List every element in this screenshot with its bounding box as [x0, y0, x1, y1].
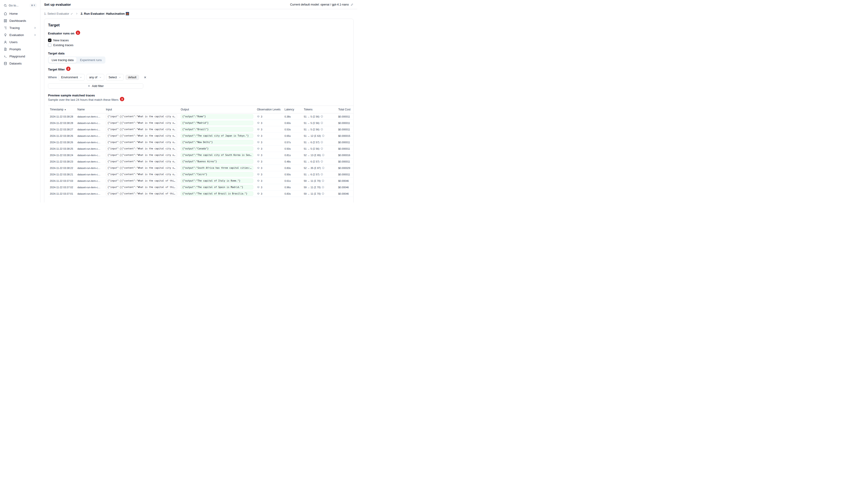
table-row[interactable]: 2024-11-22 03:38:21 dataset-run-item-cm3…: [48, 171, 353, 178]
output-preview[interactable]: {"output":"The capital of Italy is Rome.…: [181, 178, 253, 183]
remove-filter-button[interactable]: [143, 75, 148, 80]
info-icon[interactable]: [322, 167, 324, 169]
input-preview[interactable]: {"input":[{"content":"What is the capita…: [106, 147, 177, 151]
info-icon[interactable]: [320, 148, 323, 150]
output-preview[interactable]: {"output":"South Africa has three capita…: [181, 166, 253, 170]
goto-search[interactable]: Go to... ⌘ K: [2, 2, 38, 9]
input-preview[interactable]: {"input":[{"content":"What is the capita…: [106, 191, 177, 196]
cell-timestamp: 2024-11-22 03:38:24: [48, 152, 75, 158]
tab-live-tracing-data[interactable]: Live tracing data: [49, 57, 76, 63]
table-row[interactable]: 2024-11-22 03:38:22 dataset-run-item-cm3…: [48, 165, 353, 171]
input-preview[interactable]: {"input":[{"content":"What is the capita…: [106, 140, 177, 144]
table-row[interactable]: 2024-11-22 03:38:28 dataset-run-item-cm3…: [48, 113, 353, 120]
cell-timestamp: 2024-11-22 03:38:26: [48, 133, 75, 139]
sidebar-item-users[interactable]: Users: [2, 39, 38, 45]
table-row[interactable]: 2024-11-22 03:38:23 dataset-run-item-cm3…: [48, 158, 353, 165]
info-icon[interactable]: [320, 141, 323, 143]
sidebar-item-tracing[interactable]: Tracing: [2, 25, 38, 31]
cell-output: {"output":"Brazil"}: [179, 126, 255, 133]
checkbox-box[interactable]: [48, 39, 52, 42]
info-icon[interactable]: [322, 186, 324, 189]
table-row[interactable]: 2024-11-22 03:38:25 dataset-run-item-cm3…: [48, 145, 353, 152]
step-select-evaluator[interactable]: 1. Select Evaluator: [44, 12, 73, 15]
cell-name: dataset-run-item-cm3s4: [75, 126, 104, 133]
column-header-timestamp[interactable]: Timestamp▼: [48, 106, 75, 113]
filter-column-select[interactable]: Environment: [59, 74, 85, 80]
table-row[interactable]: 2024-11-22 03:37:02 dataset-run-item-cm3…: [48, 184, 353, 191]
checkbox-new-traces[interactable]: New traces: [48, 38, 350, 43]
checkbox-existing-traces[interactable]: Existing traces: [48, 43, 350, 47]
info-icon[interactable]: [320, 115, 323, 118]
cell-tokens: 51 → 12 (Σ 63): [302, 133, 336, 139]
step-run-evaluator[interactable]: 2. Run Evaluator: Hallucination 🌉: [81, 12, 129, 15]
output-preview[interactable]: {"output":"Canada"}: [181, 147, 253, 151]
info-icon[interactable]: [320, 122, 323, 124]
cell-total-cost: $0.000011: [336, 139, 353, 145]
cell-output: {"output":"The capital of Spain is Madri…: [179, 184, 255, 191]
sidebar-item-evaluation[interactable]: Evaluation: [2, 32, 38, 38]
edit-pencil-icon[interactable]: [351, 3, 353, 6]
cell-latency: 0.96s: [283, 184, 302, 191]
info-icon[interactable]: [322, 192, 324, 195]
output-preview[interactable]: {"output":"Rome"}: [181, 114, 253, 119]
cell-name: dataset-run-item-cm3s4: [75, 165, 104, 171]
sidebar-item-playground[interactable]: Playground: [2, 53, 38, 60]
check-icon: [70, 12, 73, 15]
output-preview[interactable]: {"output":"The capital of Brazil is Bras…: [181, 191, 253, 196]
cell-observation-levels: 3: [255, 133, 283, 139]
output-preview[interactable]: {"output":"Brazil"}: [181, 127, 253, 132]
info-icon[interactable]: [322, 154, 324, 156]
input-preview[interactable]: {"input":[{"content":"What is the capita…: [106, 134, 177, 138]
cell-total-cost: $0.00046: [336, 184, 353, 191]
table-row[interactable]: 2024-11-22 03:38:28 dataset-run-item-cm3…: [48, 120, 353, 126]
input-preview[interactable]: {"input":[{"content":"What is the capita…: [106, 159, 177, 164]
info-icon[interactable]: [320, 128, 323, 131]
checkbox-box[interactable]: [48, 43, 52, 47]
output-preview[interactable]: {"output":"The capital city of South Kor…: [181, 153, 253, 157]
sidebar-item-label: Tracing: [9, 26, 20, 30]
input-preview[interactable]: {"input":[{"content":"What is the capita…: [106, 178, 177, 183]
tab-experiment-runs[interactable]: Experiment runs: [77, 57, 105, 63]
add-filter-button[interactable]: Add filter: [48, 83, 143, 89]
filter-row: Where Environment any of Select default: [48, 74, 350, 80]
table-row[interactable]: 2024-11-22 03:37:01 dataset-run-item-cm3…: [48, 191, 353, 197]
output-preview[interactable]: {"output":"Cairo"}: [181, 172, 253, 176]
cell-timestamp: 2024-11-22 03:37:01: [48, 191, 75, 197]
cell-timestamp: 2024-11-22 03:38:25: [48, 145, 75, 152]
table-row[interactable]: 2024-11-22 03:38:27 dataset-run-item-cm3…: [48, 126, 353, 133]
cell-total-cost: $0.00046: [336, 191, 353, 197]
table-row[interactable]: 2024-11-22 03:38:24 dataset-run-item-cm3…: [48, 152, 353, 158]
cell-output: {"output":"The capital of Brazil is Bras…: [179, 191, 255, 197]
filter-operator-select[interactable]: any of: [87, 74, 104, 80]
input-preview[interactable]: {"input":[{"content":"What is the capita…: [106, 172, 177, 176]
sidebar-item-home[interactable]: Home: [2, 10, 38, 17]
sidebar-item-label: Users: [9, 40, 18, 44]
output-preview[interactable]: {"output":"New Delhi"}: [181, 140, 253, 144]
app: Go to... ⌘ K Home Dashboards Tracing Eva…: [0, 0, 357, 202]
table-row[interactable]: 2024-11-22 03:37:03 dataset-run-item-cm3…: [48, 178, 353, 184]
cell-timestamp: 2024-11-22 03:37:03: [48, 178, 75, 184]
input-preview[interactable]: {"input":[{"content":"What is the capita…: [106, 166, 177, 170]
cell-output: {"output":"Madrid"}: [179, 120, 255, 126]
info-icon[interactable]: [320, 160, 323, 163]
output-preview[interactable]: {"output":"The capital of Spain is Madri…: [181, 185, 253, 189]
input-preview[interactable]: {"input":[{"content":"What is the capita…: [106, 121, 177, 125]
input-preview[interactable]: {"input":[{"content":"What is the capita…: [106, 185, 177, 189]
output-preview[interactable]: {"output":"The capital city of Japan is …: [181, 134, 253, 138]
table-row[interactable]: 2024-11-22 03:38:26 dataset-run-item-cm3…: [48, 139, 353, 145]
sidebar-item-dashboards[interactable]: Dashboards: [2, 18, 38, 24]
output-preview[interactable]: {"output":"Madrid"}: [181, 121, 253, 125]
input-preview[interactable]: {"input":[{"content":"What is the capita…: [106, 127, 177, 132]
input-preview[interactable]: {"input":[{"content":"What is the capita…: [106, 114, 177, 119]
info-icon[interactable]: [320, 173, 323, 175]
info-icon[interactable]: [322, 180, 324, 182]
table-row[interactable]: 2024-11-22 03:38:26 dataset-run-item-cm3…: [48, 133, 353, 139]
observation-levels-icon: [257, 148, 260, 150]
sidebar-item-prompts[interactable]: Prompts: [2, 46, 38, 53]
target-filter-label: Target filter: [48, 68, 65, 71]
sidebar-item-datasets[interactable]: Datasets: [2, 60, 38, 67]
output-preview[interactable]: {"output":"Buenos Aires"}: [181, 159, 253, 164]
filter-value-select[interactable]: Select: [106, 74, 124, 80]
info-icon[interactable]: [322, 134, 324, 137]
input-preview[interactable]: {"input":[{"content":"What is the capita…: [106, 153, 177, 157]
